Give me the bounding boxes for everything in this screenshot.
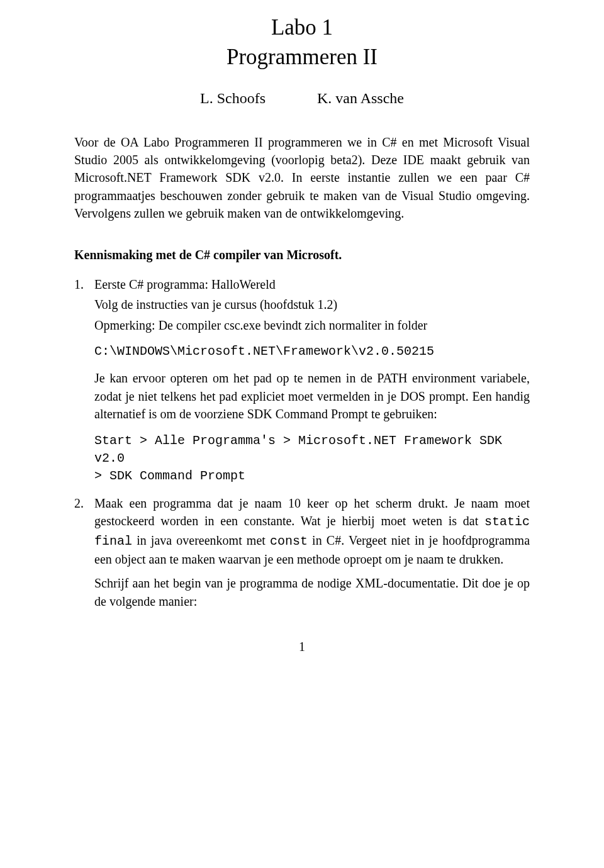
item2-para2: Schrijf aan het begin van je programma d… bbox=[94, 574, 530, 610]
text-run: Maak een programma dat je naam 10 keer o… bbox=[94, 496, 530, 528]
item1-para2: Je kan ervoor opteren om het pad op te n… bbox=[94, 369, 530, 423]
title-line-2: Programmeren II bbox=[226, 45, 378, 69]
authors-line: L. Schoofs K. van Assche bbox=[74, 90, 530, 107]
item1-line1: Eerste C# programma: HalloWereld bbox=[94, 275, 530, 293]
author-left: L. Schoofs bbox=[200, 90, 266, 107]
document-page: Labo 1 Programmeren II L. Schoofs K. van… bbox=[0, 0, 604, 681]
inline-code: const bbox=[270, 534, 308, 548]
item2-para1: Maak een programma dat je naam 10 keer o… bbox=[94, 494, 530, 569]
item1-line2: Volg de instructies van je cursus (hoofd… bbox=[94, 296, 530, 313]
code-menu-path: Start > Alle Programma's > Microsoft.NET… bbox=[94, 432, 530, 486]
title-line-1: Labo 1 bbox=[271, 15, 333, 40]
intro-paragraph: Voor de OA Labo Programmeren II programm… bbox=[74, 133, 530, 223]
code-path: C:\WINDOWS\Microsoft.NET\Framework\v2.0.… bbox=[94, 343, 530, 360]
page-number: 1 bbox=[74, 638, 530, 655]
list-item: Eerste C# programma: HalloWereld Volg de… bbox=[74, 275, 530, 486]
author-right: K. van Assche bbox=[317, 90, 404, 107]
text-run: in java overeenkomt met bbox=[132, 533, 270, 547]
enumerated-list: Eerste C# programma: HalloWereld Volg de… bbox=[74, 275, 530, 610]
list-item: Maak een programma dat je naam 10 keer o… bbox=[74, 494, 530, 610]
section-heading: Kennismaking met de C# compiler van Micr… bbox=[74, 246, 530, 264]
document-body: Voor de OA Labo Programmeren II programm… bbox=[74, 133, 530, 656]
item1-line3: Opmerking: De compiler csc.exe bevindt z… bbox=[94, 316, 530, 334]
document-title: Labo 1 Programmeren II bbox=[74, 13, 530, 72]
